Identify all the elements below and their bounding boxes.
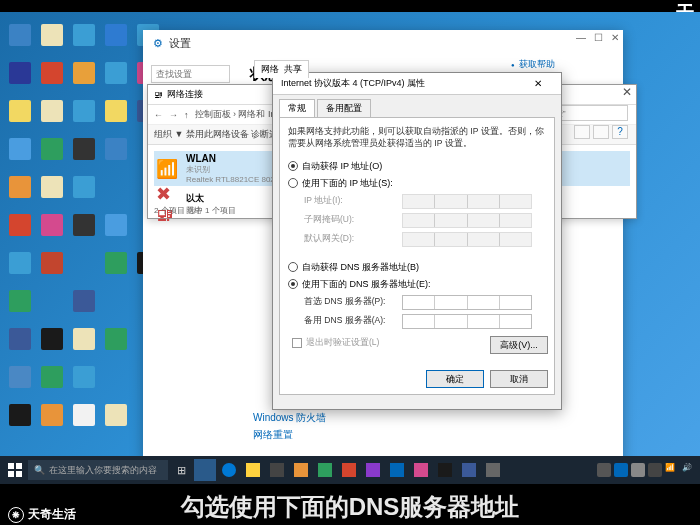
tab-alternate[interactable]: 备用配置	[317, 99, 371, 117]
desktop-icon[interactable]	[69, 93, 99, 129]
gateway-input	[402, 232, 532, 247]
desktop-icon[interactable]	[101, 397, 131, 433]
search-input[interactable]	[151, 65, 230, 83]
desktop-icon[interactable]	[69, 169, 99, 205]
view-button[interactable]	[593, 125, 609, 139]
dialog-description: 如果网络支持此功能，则可以获取自动指派的 IP 设置。否则，你需要从网络系统管理…	[288, 126, 546, 150]
advanced-button[interactable]: 高级(V)...	[490, 336, 548, 354]
desktop-icon[interactable]	[5, 245, 35, 281]
desktop-icon[interactable]	[5, 397, 35, 433]
wifi-icon: 📶	[156, 157, 180, 181]
desktop-icon[interactable]	[5, 17, 35, 53]
firewall-link[interactable]: Windows 防火墙	[253, 411, 326, 425]
desktop-icon[interactable]	[101, 245, 131, 281]
desktop-icon[interactable]	[69, 207, 99, 243]
radio-auto-dns[interactable]: 自动获得 DNS 服务器地址(B)	[288, 261, 546, 274]
svg-rect-3	[16, 471, 22, 477]
taskbar-app[interactable]	[362, 459, 384, 481]
tray-icon[interactable]	[614, 463, 628, 477]
desktop-icon[interactable]	[5, 283, 35, 319]
desktop-icon[interactable]	[69, 397, 99, 433]
brand-watermark: ❋ 天奇生活	[8, 506, 76, 523]
desktop-icon[interactable]	[37, 321, 67, 357]
taskbar-app[interactable]	[386, 459, 408, 481]
minimize-icon[interactable]: —	[576, 32, 586, 43]
desktop-icon[interactable]	[5, 321, 35, 357]
radio-icon	[288, 161, 298, 171]
desktop-icon[interactable]	[101, 55, 131, 91]
dns2-label: 备用 DNS 服务器(A):	[304, 315, 394, 327]
tray-icon[interactable]	[648, 463, 662, 477]
desktop-icon[interactable]	[37, 17, 67, 53]
taskbar-app[interactable]	[242, 459, 264, 481]
desktop-icon[interactable]	[69, 283, 99, 319]
radio-manual-ip[interactable]: 使用下面的 IP 地址(S):	[288, 177, 546, 190]
desktop-icon[interactable]	[69, 55, 99, 91]
tray-icon[interactable]	[597, 463, 611, 477]
mask-input	[402, 213, 532, 228]
status-bar: 2 个项目 选中 1 个项目	[154, 205, 236, 216]
close-icon[interactable]: ✕	[523, 78, 553, 89]
desktop-icon[interactable]	[5, 131, 35, 167]
desktop-icon[interactable]	[37, 245, 67, 281]
mask-label: 子网掩码(U):	[304, 214, 394, 226]
maximize-icon[interactable]: ☐	[594, 32, 603, 43]
desktop-icon[interactable]	[69, 359, 99, 395]
desktop-icon[interactable]	[101, 93, 131, 129]
desktop-icon[interactable]	[37, 169, 67, 205]
gateway-label: 默认网关(D):	[304, 233, 394, 245]
taskbar-app[interactable]	[410, 459, 432, 481]
view-button[interactable]	[574, 125, 590, 139]
task-view-icon[interactable]: ⊞	[170, 459, 192, 481]
tab-general[interactable]: 常规	[279, 99, 315, 117]
desktop-icon[interactable]	[5, 207, 35, 243]
cancel-button[interactable]: 取消	[490, 370, 548, 388]
desktop-icon[interactable]	[37, 397, 67, 433]
desktop-icon[interactable]	[5, 359, 35, 395]
desktop-icon[interactable]	[69, 131, 99, 167]
close-icon[interactable]: ✕	[611, 32, 619, 43]
taskbar-app[interactable]	[218, 459, 240, 481]
taskbar-app[interactable]	[194, 459, 216, 481]
dns1-input[interactable]	[402, 295, 532, 310]
help-button[interactable]: ?	[612, 125, 628, 139]
taskbar-app[interactable]	[434, 459, 456, 481]
ok-button[interactable]: 确定	[426, 370, 484, 388]
desktop-icon[interactable]	[101, 207, 131, 243]
taskbar-app[interactable]	[314, 459, 336, 481]
start-button[interactable]	[4, 459, 26, 481]
wifi-tray-icon[interactable]: 📶	[665, 463, 679, 477]
desktop-icon[interactable]	[5, 93, 35, 129]
desktop-icon[interactable]	[101, 131, 131, 167]
desktop-icon[interactable]	[101, 17, 131, 53]
dns2-input[interactable]	[402, 314, 532, 329]
radio-manual-dns[interactable]: 使用下面的 DNS 服务器地址(E):	[288, 278, 546, 291]
volume-icon[interactable]: 🔊	[682, 463, 696, 477]
desktop-icon[interactable]	[37, 359, 67, 395]
desktop-icon[interactable]	[37, 93, 67, 129]
desktop-icon[interactable]	[37, 207, 67, 243]
ip-label: IP 地址(I):	[304, 195, 394, 207]
close-icon[interactable]: ✕	[618, 85, 636, 103]
desktop-icon[interactable]	[5, 169, 35, 205]
system-tray[interactable]: 📶 🔊	[597, 463, 696, 477]
wlan-props-tabs[interactable]: 网络 共享	[254, 60, 309, 78]
dialog-title: Internet 协议版本 4 (TCP/IPv4) 属性	[281, 77, 425, 90]
taskbar-app[interactable]	[290, 459, 312, 481]
adapter-name: 以太	[186, 192, 204, 205]
taskbar-app[interactable]	[482, 459, 504, 481]
reset-link[interactable]: 网络重置	[253, 428, 326, 442]
radio-auto-ip[interactable]: 自动获得 IP 地址(O)	[288, 160, 546, 173]
taskbar-app[interactable]	[458, 459, 480, 481]
taskbar-app[interactable]	[338, 459, 360, 481]
desktop-icon[interactable]	[37, 55, 67, 91]
tray-icon[interactable]	[631, 463, 645, 477]
desktop-icon[interactable]	[101, 321, 131, 357]
taskbar-search[interactable]: 🔍在这里输入你要搜索的内容	[28, 460, 168, 480]
desktop-icon[interactable]	[69, 17, 99, 53]
desktop-icon[interactable]	[69, 321, 99, 357]
taskbar-app[interactable]	[266, 459, 288, 481]
desktop-icon[interactable]	[37, 131, 67, 167]
radio-icon	[288, 279, 298, 289]
desktop-icon[interactable]	[5, 55, 35, 91]
